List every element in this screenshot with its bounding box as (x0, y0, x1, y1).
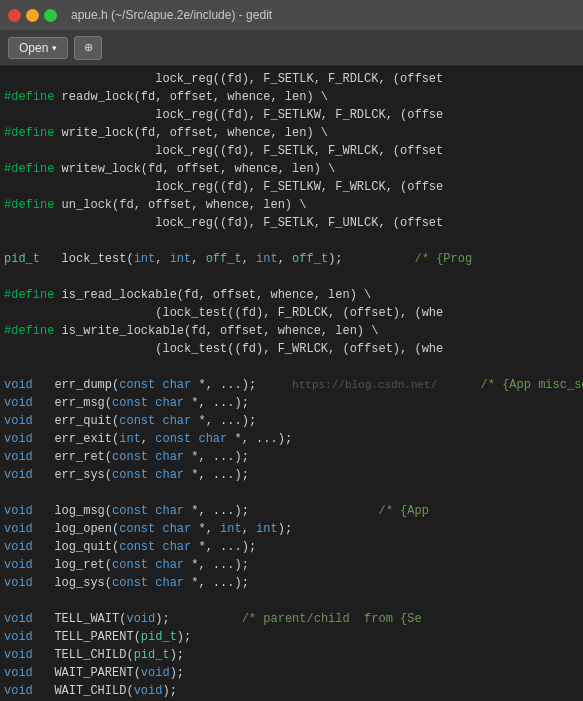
code-line: void TELL_WAIT(void); /* parent/child fr… (0, 610, 583, 628)
code-line: (lock_test((fd), F_WRLCK, (offset), (whe (0, 340, 583, 358)
code-line (0, 358, 583, 376)
code-editor[interactable]: lock_reg((fd), F_SETLK, F_RDLCK, (offset… (0, 66, 583, 701)
code-line: void err_ret(const char *, ...); (0, 448, 583, 466)
code-line (0, 592, 583, 610)
code-line: lock_reg((fd), F_SETLKW, F_WRLCK, (offse (0, 178, 583, 196)
code-line: lock_reg((fd), F_SETLKW, F_RDLCK, (offse (0, 106, 583, 124)
code-line: void log_sys(const char *, ...); (0, 574, 583, 592)
code-line: #define is_write_lockable(fd, offset, wh… (0, 322, 583, 340)
close-button[interactable] (8, 9, 21, 22)
new-tab-icon: ⊕ (84, 39, 92, 56)
code-line: void log_ret(const char *, ...); (0, 556, 583, 574)
new-tab-button[interactable]: ⊕ (74, 36, 102, 60)
window-controls[interactable] (8, 9, 57, 22)
minimize-button[interactable] (26, 9, 39, 22)
code-line: void err_sys(const char *, ...); (0, 466, 583, 484)
code-line: void err_quit(const char *, ...); (0, 412, 583, 430)
code-line: #define un_lock(fd, offset, whence, len)… (0, 196, 583, 214)
code-line (0, 232, 583, 250)
open-arrow: ▾ (52, 43, 57, 53)
toolbar: Open ▾ ⊕ (0, 30, 583, 66)
open-button[interactable]: Open ▾ (8, 37, 68, 59)
code-line: (lock_test((fd), F_RDLCK, (offset), (whe (0, 304, 583, 322)
code-line: void WAIT_PARENT(void); (0, 664, 583, 682)
open-label: Open (19, 41, 48, 55)
code-line: #define writew_lock(fd, offset, whence, … (0, 160, 583, 178)
code-line: #define write_lock(fd, offset, whence, l… (0, 124, 583, 142)
code-line: void log_msg(const char *, ...); /* {App (0, 502, 583, 520)
code-line: void log_quit(const char *, ...); (0, 538, 583, 556)
code-line: pid_t lock_test(int, int, off_t, int, of… (0, 250, 583, 268)
code-line: void err_exit(int, const char *, ...); (0, 430, 583, 448)
code-line: lock_reg((fd), F_SETLK, F_UNLCK, (offset (0, 214, 583, 232)
code-line (0, 268, 583, 286)
code-line: void err_dump(const char *, ...); https:… (0, 376, 583, 394)
code-line: void log_open(const char *, int, int); (0, 520, 583, 538)
maximize-button[interactable] (44, 9, 57, 22)
titlebar: apue.h (~/Src/apue.2e/include) - gedit (0, 0, 583, 30)
window-title: apue.h (~/Src/apue.2e/include) - gedit (71, 8, 272, 22)
code-line: void TELL_PARENT(pid_t); (0, 628, 583, 646)
code-line: void TELL_CHILD(pid_t); (0, 646, 583, 664)
code-line: void err_msg(const char *, ...); (0, 394, 583, 412)
code-line (0, 484, 583, 502)
code-line: #define is_read_lockable(fd, offset, whe… (0, 286, 583, 304)
code-line: void WAIT_CHILD(void); (0, 682, 583, 700)
code-line: lock_reg((fd), F_SETLK, F_WRLCK, (offset (0, 142, 583, 160)
code-line: lock_reg((fd), F_SETLK, F_RDLCK, (offset (0, 70, 583, 88)
code-line: #define readw_lock(fd, offset, whence, l… (0, 88, 583, 106)
